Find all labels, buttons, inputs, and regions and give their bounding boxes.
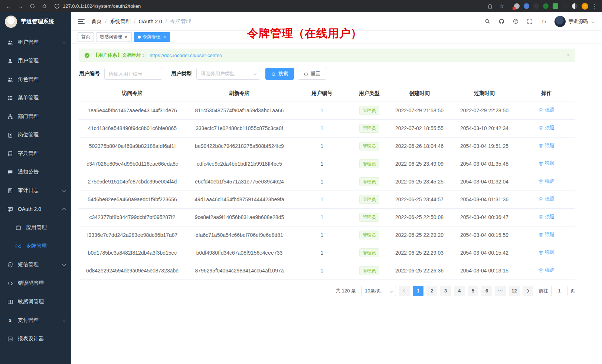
extension-icon[interactable] <box>533 3 539 9</box>
table-row: 275e5de9151045fe87cbdc395e004f4de6cfd40e… <box>79 173 575 191</box>
docs-question-icon[interactable] <box>512 18 519 25</box>
user-id-cell: 1 <box>293 226 351 244</box>
sidebar-item-oauth2-application[interactable]: 应用管理 <box>0 218 71 237</box>
extension-icon[interactable] <box>514 3 520 9</box>
sidebar-item-error-code[interactable]: 错误码管理 <box>0 274 71 292</box>
user-id-cell: 1 <box>293 137 351 155</box>
sidebar-item-notice[interactable]: 通知公告 <box>0 163 71 181</box>
sidebar-item-audit-log[interactable]: 审计日志 <box>0 181 71 200</box>
page-button-1[interactable]: 1 <box>413 286 423 296</box>
force-logout-button[interactable]: 强退 <box>539 249 554 256</box>
caret-down-icon <box>591 19 595 24</box>
refresh-token-cell: be90422b8c7946218275a508bf524fc9 <box>186 137 293 155</box>
force-logout-button[interactable]: 强退 <box>539 142 554 149</box>
dict-book-icon <box>7 150 14 157</box>
page-button-3[interactable]: 3 <box>440 286 451 296</box>
user-type-select[interactable]: 请选择用户类型 <box>196 68 260 80</box>
notice-icon <box>7 169 14 175</box>
user-type-cell: 管理员 <box>351 191 388 208</box>
sidebar-item-user[interactable]: 用户管理 <box>0 52 71 70</box>
sidebar-item-sensitive-word[interactable]: 敏感词管理 <box>0 292 71 311</box>
sidebar-item-pay[interactable]: ¥支付管理 <box>0 311 71 330</box>
force-logout-button[interactable]: 强退 <box>539 125 554 131</box>
sidebar-item-report-designer[interactable]: 报表设计器 <box>0 330 71 348</box>
expire-time-cell: 2022-07-29 22:28:50 <box>451 102 518 119</box>
tab-close-icon[interactable]: × <box>163 34 167 39</box>
user-id-input[interactable] <box>104 68 162 80</box>
user-menu[interactable]: 芋道源码 <box>554 16 595 27</box>
user-type-cell: 管理员 <box>351 244 388 262</box>
user-type-badge: 管理员 <box>359 177 379 186</box>
force-logout-button[interactable]: 强退 <box>539 196 554 202</box>
alert-close-icon[interactable]: × <box>567 52 570 58</box>
expire-time-cell: 2054-03-04 01:35:48 <box>451 155 518 173</box>
prev-page-button[interactable] <box>399 286 410 296</box>
extension-icon[interactable] <box>543 3 549 9</box>
sidebar-item-oauth2-token[interactable]: 令牌管理 <box>0 237 71 255</box>
force-logout-label: 强退 <box>545 214 554 220</box>
bookmark-star-icon[interactable]: ☆ <box>498 2 506 10</box>
force-logout-button[interactable]: 强退 <box>539 214 554 220</box>
force-logout-button[interactable]: 强退 <box>539 231 554 238</box>
extension-icon[interactable] <box>553 3 558 9</box>
sidebar-item-oauth2[interactable]: OAuth 2.0 <box>0 200 71 218</box>
collapse-sidebar-icon[interactable] <box>78 19 85 24</box>
user-type-cell: 管理员 <box>351 155 388 173</box>
header-actions: TT 芋道源码 <box>484 16 595 27</box>
back-icon[interactable]: ← <box>4 2 13 10</box>
search-icon[interactable] <box>484 18 491 25</box>
force-logout-button[interactable]: 强退 <box>539 107 554 113</box>
user-id-cell: 1 <box>293 244 351 262</box>
address-bar[interactable]: 127.0.0.1:1024/system/oauth2/token <box>52 3 486 9</box>
forward-icon[interactable]: → <box>16 2 24 10</box>
sidebar-item-dept[interactable]: 部门管理 <box>0 107 71 126</box>
app-logo[interactable]: 芋道管理系统 <box>0 12 71 31</box>
reset-button[interactable]: 重置 <box>298 68 326 80</box>
sidebar-item-dict[interactable]: 字典管理 <box>0 144 71 163</box>
sidebar-item-sms[interactable]: 短信管理 <box>0 255 71 274</box>
sidebar-item-menu[interactable]: 菜单管理 <box>0 89 71 107</box>
doc-link[interactable]: https://doc.iocoder.cn/user-center/ <box>150 53 222 58</box>
page-button-6[interactable]: 6 <box>481 286 492 296</box>
breadcrumb-item[interactable]: OAuth 2.0 <box>139 19 162 24</box>
search-button[interactable]: 搜索 <box>265 68 294 80</box>
breadcrumb-item[interactable]: 系统管理 <box>110 18 131 25</box>
github-icon[interactable] <box>498 18 505 25</box>
browser-menu-icon[interactable]: ⋮ <box>592 3 598 10</box>
tab-home[interactable]: 首页 <box>78 32 94 42</box>
extension-icon[interactable] <box>572 3 578 9</box>
tab-token[interactable]: 令牌管理× <box>134 32 170 42</box>
pagination-ellipsis-button[interactable]: ••• <box>495 286 506 296</box>
share-icon[interactable] <box>486 2 494 10</box>
browser-profile-avatar[interactable]: ☺ <box>582 3 588 10</box>
page-button-5[interactable]: 5 <box>468 286 478 296</box>
pagination: 共 120 条10条/页123456•••12前往页 <box>79 286 575 296</box>
page-size-select[interactable]: 10条/页 <box>361 286 396 296</box>
reload-icon[interactable] <box>28 2 36 10</box>
breadcrumb-item[interactable]: 首页 <box>91 18 102 25</box>
page-button-12[interactable]: 12 <box>509 286 520 296</box>
force-logout-button[interactable]: 强退 <box>539 178 554 185</box>
url-text: 127.0.0.1:1024/system/oauth2/token <box>63 3 141 9</box>
extension-icon[interactable] <box>562 3 568 9</box>
sidebar-item-role[interactable]: 角色管理 <box>0 70 71 89</box>
site-info-icon[interactable] <box>54 3 60 9</box>
table-row: 54d6be82ee5a460a9aedc1f9bf22365649d1aa46… <box>79 191 575 208</box>
trash-icon <box>539 268 543 272</box>
force-logout-button[interactable]: 强退 <box>539 160 554 167</box>
sidebar-item-tenant[interactable]: 租户管理 <box>0 33 71 52</box>
tab-close-icon[interactable]: × <box>124 34 128 39</box>
extension-icon[interactable] <box>524 3 529 9</box>
fullscreen-icon[interactable] <box>526 18 533 25</box>
home-icon[interactable] <box>40 2 48 10</box>
pay-yen-icon: ¥ <box>7 317 14 324</box>
next-page-button[interactable] <box>523 286 533 296</box>
page-button-2[interactable]: 2 <box>426 286 437 296</box>
breadcrumb-item: 令牌管理 <box>170 18 191 25</box>
sidebar-item-post[interactable]: 岗位管理 <box>0 126 71 144</box>
force-logout-button[interactable]: 强退 <box>539 267 554 274</box>
font-size-icon[interactable]: TT <box>540 18 547 25</box>
page-button-4[interactable]: 4 <box>454 286 465 296</box>
goto-page-input[interactable] <box>551 286 567 296</box>
tab-sensitive-word[interactable]: 敏感词管理× <box>96 32 132 42</box>
